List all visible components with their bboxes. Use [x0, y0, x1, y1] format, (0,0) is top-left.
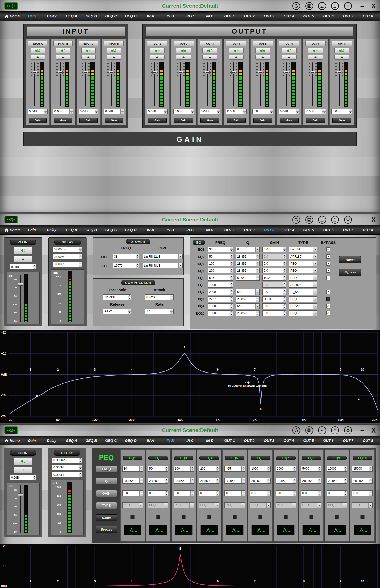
nav-tab-out-6[interactable]: OUT 6	[318, 439, 338, 443]
spinner-arrows[interactable]: ▲▼	[230, 311, 233, 316]
spinner-arrows[interactable]: ▲▼	[267, 478, 270, 483]
nav-tab-geq-c[interactable]: GEQ C	[101, 228, 121, 232]
eq-row-5-type-dropdown[interactable]: PEQ▼	[289, 275, 317, 281]
nav-tab-geq-b[interactable]: GEQ B	[81, 439, 101, 443]
gain-button[interactable]: Gain	[54, 118, 72, 123]
channel-gain-spinner[interactable]: 0.0dB▲▼	[147, 109, 168, 114]
eq-row-9-type-dropdown[interactable]: Hi_Shf▼	[289, 303, 317, 309]
gain-button[interactable]: Gain	[332, 118, 351, 123]
nav-tab-out-4[interactable]: OUT 4	[279, 228, 299, 232]
channel-gain-spinner[interactable]: 0.0dB▲▼	[104, 109, 124, 114]
spinner-arrows[interactable]: ▲▼	[243, 109, 246, 114]
band-5-type-dropdown[interactable]: PEQ▼	[224, 502, 245, 508]
spinner-arrows[interactable]: ▲▼	[191, 109, 194, 114]
eq-row-3-freq-spinner[interactable]: 100▲▼	[208, 261, 233, 266]
nav-tab-geq-d[interactable]: GEQ D	[121, 14, 141, 18]
spinner-arrows[interactable]: ▲▼	[293, 491, 296, 496]
band-9-bypass-checkbox[interactable]	[335, 515, 339, 519]
save-icon[interactable]	[305, 2, 313, 10]
spinner-arrows[interactable]: ▲▼	[79, 472, 82, 477]
eq-bypass-button[interactable]: Bypass	[339, 269, 361, 276]
eq-row-9-q-dropdown[interactable]: 6dB▼	[236, 303, 260, 309]
nav-tab-home[interactable]: Home	[2, 439, 22, 443]
eq-row-4-gain-spinner[interactable]: 0.0▲▼	[262, 268, 286, 273]
fader-handle[interactable]	[231, 71, 236, 74]
fader-handle[interactable]	[152, 71, 157, 74]
band-8-q-spinner[interactable]: 28.852▲▼	[301, 478, 322, 484]
spinner-arrows[interactable]: ▲▼	[230, 304, 233, 309]
eq-row-8-gain-spinner[interactable]: -13.3▲▼	[262, 296, 286, 302]
spinner-arrows[interactable]: ▲▼	[267, 466, 270, 471]
fader-handle[interactable]	[284, 71, 289, 74]
mute-button[interactable]	[334, 48, 349, 53]
spinner-arrows[interactable]: ▲▼	[136, 254, 139, 259]
band-10-q-spinner[interactable]: 28.852▲▼	[352, 478, 373, 484]
channel-gain-spinner[interactable]: 0.0dB▲▼	[173, 109, 194, 114]
band-4-type-dropdown[interactable]: PEQ▼	[199, 502, 219, 508]
nav-tab-out-1[interactable]: OUT 1	[220, 228, 239, 232]
gain-fader[interactable]	[232, 62, 235, 107]
eq-row-2-bypass-checkbox[interactable]: ✓	[326, 254, 330, 259]
lpf-freq-spinner[interactable]: 12079▲▼	[113, 263, 139, 268]
nav-tab-geq-c[interactable]: GEQ C	[101, 14, 121, 18]
eq-row-2-gain-spinner[interactable]: 0.0▲▼	[262, 254, 286, 259]
release-spinner[interactable]: Atkx2▲▼	[103, 309, 131, 314]
gain-fader[interactable]	[109, 62, 113, 107]
gain-button[interactable]: Gain	[79, 118, 98, 123]
settings-icon[interactable]	[344, 2, 352, 10]
spinner-arrows[interactable]: ▲▼	[128, 309, 131, 314]
spinner-arrows[interactable]: ▲▼	[230, 289, 233, 295]
spinner-arrows[interactable]: ▲▼	[136, 263, 139, 268]
eq-row-7-type-dropdown[interactable]: Hi_Shf▼	[289, 289, 317, 295]
spinner-arrows[interactable]: ▲▼	[283, 261, 286, 266]
link-button[interactable]: +	[150, 55, 165, 60]
nav-tab-geq-a[interactable]: GEQ A	[62, 228, 81, 232]
spinner-arrows[interactable]: ▲▼	[318, 478, 321, 483]
spinner-arrows[interactable]: ▲▼	[318, 466, 321, 471]
mute-button[interactable]	[229, 48, 244, 53]
mute-button[interactable]	[255, 48, 270, 53]
spinner-arrows[interactable]: ▲▼	[293, 478, 296, 483]
spinner-arrows[interactable]: ▲▼	[293, 466, 296, 471]
eq-row-6-type-dropdown[interactable]: APF90°▼	[289, 282, 317, 288]
spinner-arrows[interactable]: ▲▼	[139, 466, 143, 471]
spinner-arrows[interactable]: ▲▼	[216, 491, 219, 496]
spinner-arrows[interactable]: ▲▼	[256, 254, 259, 259]
link-button[interactable]: +	[202, 55, 217, 60]
eq-row-8-bypass-checkbox[interactable]	[326, 297, 330, 301]
spinner-arrows[interactable]: ▲▼	[241, 466, 245, 471]
fader-handle[interactable]	[337, 71, 341, 74]
nav-tab-gain[interactable]: Gain	[22, 439, 42, 443]
channel-gain-spinner[interactable]: 0.0dB▲▼	[28, 109, 47, 114]
gain-fader[interactable]	[19, 274, 23, 322]
fader-handle[interactable]	[311, 71, 315, 74]
peq-type-button[interactable]: TYPE	[96, 502, 117, 509]
gain-fader[interactable]	[153, 62, 156, 107]
nav-tab-geq-d[interactable]: GEQ D	[121, 228, 141, 232]
nav-tab-out-4[interactable]: OUT 4	[279, 14, 299, 18]
settings-icon[interactable]	[344, 426, 352, 434]
spinner-arrows[interactable]: ▲▼	[165, 491, 168, 496]
delay-feet-spinner[interactable]: 0.000Ft▲▼	[53, 261, 83, 267]
fader-handle[interactable]	[58, 71, 63, 74]
mute-button[interactable]	[14, 457, 32, 465]
nav-tab-delay[interactable]: Delay	[42, 14, 62, 18]
band-7-bypass-checkbox[interactable]	[284, 515, 288, 519]
spinner-arrows[interactable]: ▲▼	[369, 478, 372, 483]
nav-tab-in-b[interactable]: IN B	[160, 228, 180, 232]
upload-icon[interactable]	[331, 216, 339, 224]
hpf-type-dropdown[interactable]: Lin-Ril 12dB▼	[143, 254, 183, 259]
mute-button[interactable]	[107, 48, 121, 53]
link-button[interactable]: +	[334, 55, 349, 60]
settings-icon[interactable]	[344, 216, 352, 224]
band-8-gain-spinner[interactable]: 0.0▲▼	[301, 490, 322, 496]
eq-row-1-bypass-checkbox[interactable]: ✓	[326, 247, 330, 251]
nav-tab-in-a[interactable]: IN A	[141, 439, 160, 443]
eq-row-3-gain-spinner[interactable]: 0.0▲▼	[262, 261, 286, 266]
band-10-bypass-checkbox[interactable]	[360, 515, 364, 519]
band-1-q-spinner[interactable]: 28.852▲▼	[122, 478, 143, 484]
delay-meters-spinner[interactable]: 0.000M▲▼	[53, 254, 83, 260]
nav-tab-out-8[interactable]: OUT 8	[358, 14, 378, 18]
channel-gain-spinner[interactable]: 0.0dB▲▼	[53, 109, 73, 114]
link-button[interactable]: +	[56, 55, 70, 60]
